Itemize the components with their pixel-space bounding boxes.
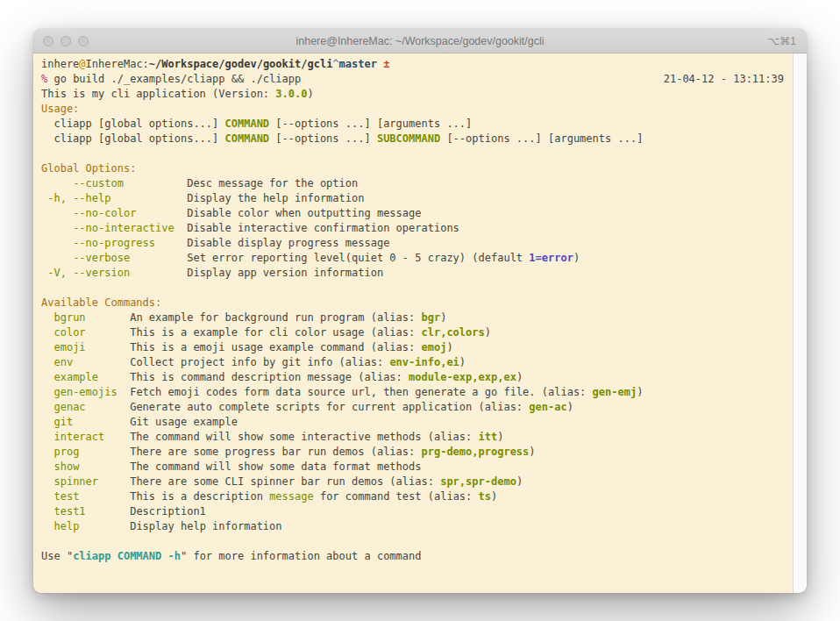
terminal-text-segment xyxy=(41,237,73,249)
terminal-text-segment: itt xyxy=(479,431,498,443)
traffic-lights xyxy=(43,36,89,46)
terminal-text-segment: --no-interactive xyxy=(73,222,174,234)
terminal-text-segment: ) xyxy=(446,341,452,353)
terminal-text-segment xyxy=(41,311,53,324)
terminal-text-segment: clr,colors xyxy=(421,326,484,339)
zoom-button[interactable] xyxy=(78,36,89,46)
terminal-text-segment: Fetch emoji codes form data source url, … xyxy=(117,386,593,398)
terminal-text-segment: example xyxy=(53,371,98,383)
terminal-line: color This is a example for cli color us… xyxy=(41,325,784,340)
terminal-line: cliapp [global options...] COMMAND [--op… xyxy=(41,132,784,146)
terminal-text-segment: spr,spr-demo xyxy=(440,475,516,488)
terminal-text-segment: This is my cli application (Version: xyxy=(41,88,275,100)
terminal-text-segment: 1=error xyxy=(529,252,573,264)
terminal-line: interact The command will show some inte… xyxy=(41,430,784,445)
terminal-text-segment: --verbose xyxy=(73,252,130,264)
terminal-text-segment: Description1 xyxy=(86,505,206,518)
terminal-text-segment: Usage: xyxy=(41,103,79,115)
terminal-output[interactable]: inhere@InhereMac:~/Workspace/godev/gooki… xyxy=(33,54,793,593)
window-shortcut-badge: ⌥⌘1 xyxy=(767,35,796,47)
terminal-text-segment: spinner xyxy=(53,475,98,488)
terminal-text-segment: ) xyxy=(529,446,535,458)
terminal-text-segment: prg-demo,progress xyxy=(422,446,530,458)
terminal-text-segment: env-info,ei xyxy=(389,356,459,368)
terminal-text-segment: Use " xyxy=(41,550,73,562)
terminal-line: show The command will show some data for… xyxy=(41,460,784,475)
terminal-text-segment xyxy=(41,177,73,189)
terminal-text-segment xyxy=(41,416,53,428)
terminal-text-segment: Generate auto complete scripts for curre… xyxy=(86,401,530,413)
terminal-text-segment: ) xyxy=(459,356,466,368)
terminal-line: env Collect project info by git info (al… xyxy=(41,355,784,370)
terminal-line: Global Options: xyxy=(41,161,784,176)
terminal-text-segment: Disable display progress message xyxy=(155,237,389,249)
terminal-line: Available Commands: xyxy=(41,296,784,310)
terminal-line: --custom Desc message for the option xyxy=(41,176,784,191)
terminal-text-segment: ) xyxy=(497,431,503,443)
terminal-text-segment: ) xyxy=(440,311,446,324)
terminal-text-segment: cliapp [global options...] xyxy=(41,118,225,130)
terminal-text-segment: Set error reporting level(quiet 0 - 5 cr… xyxy=(130,252,529,264)
terminal-text-segment: show xyxy=(53,460,79,473)
terminal-text-segment: ) xyxy=(637,386,643,398)
terminal-text-segment: " for more information about a command xyxy=(181,550,422,562)
scrollbar-track[interactable] xyxy=(793,54,807,593)
terminal-text-segment: There are some progress bar run demos (a… xyxy=(79,446,421,458)
terminal-text-segment: InhereMac: xyxy=(86,58,149,70)
close-button[interactable] xyxy=(43,36,53,46)
terminal-text-segment: cliapp COMMAND -h xyxy=(73,550,181,562)
terminal-text-segment: Git usage example xyxy=(73,416,238,428)
terminal-text-segment: cliapp [global options...] xyxy=(41,132,225,145)
terminal-text-segment: ^ xyxy=(332,58,338,70)
terminal-text-segment: The command will show some data format m… xyxy=(79,460,421,473)
terminal-line xyxy=(41,146,784,161)
terminal-line: inhere@InhereMac:~/Workspace/godev/gooki… xyxy=(41,57,784,72)
titlebar: inhere@InhereMac: ~/Workspace/godev/gook… xyxy=(33,29,807,54)
terminal-line: help Display help information xyxy=(41,519,784,534)
terminal-text-segment: inhere xyxy=(41,58,79,70)
terminal-line: --no-interactive Disable interactive con… xyxy=(41,221,784,236)
terminal-text-segment: go build ./_examples/cliapp && ./cliapp xyxy=(47,73,301,85)
terminal-text-segment: emoji xyxy=(53,341,85,353)
terminal-line xyxy=(41,281,784,296)
terminal-text-segment xyxy=(41,386,53,398)
terminal-text-segment: module-exp,exp,ex xyxy=(409,371,516,383)
terminal-text-segment xyxy=(41,341,53,353)
terminal-line: 21-04-12 - 13:11:39% go build ./_example… xyxy=(41,72,784,87)
terminal-text-segment xyxy=(41,475,53,488)
terminal-line: git Git usage example xyxy=(41,415,784,430)
terminal-text-segment: ) xyxy=(573,252,580,264)
terminal-text-segment: @ xyxy=(79,58,85,70)
terminal-text-segment: Available Commands: xyxy=(41,296,161,309)
terminal-text-segment: -h, --help xyxy=(47,192,110,204)
terminal-text-segment: There are some CLI spinner bar run demos… xyxy=(98,475,440,488)
terminal-text-segment xyxy=(41,431,53,443)
terminal-line: -V, --version Display app version inform… xyxy=(41,266,784,281)
terminal-text-segment: interact xyxy=(53,431,104,443)
terminal-text-segment: Disable color when outputting message xyxy=(136,207,421,219)
terminal-text-segment: help xyxy=(53,520,79,532)
terminal-text-segment: SUBCOMMAND xyxy=(377,132,440,145)
terminal-text-segment: gen-ac xyxy=(529,401,566,413)
terminal-text-segment: emoj xyxy=(421,341,446,353)
terminal-text-segment: [--options ...] [arguments ...] xyxy=(440,132,643,145)
terminal-line: test1 Description1 xyxy=(41,504,784,519)
terminal-text-segment xyxy=(41,356,53,368)
terminal-line: This is my cli application (Version: 3.0… xyxy=(41,87,784,102)
terminal-line: bgrun An example for background run prog… xyxy=(41,310,784,325)
terminal-text-segment: ~/Workspace/godev/gookit/gcli xyxy=(149,58,333,70)
terminal-text-segment xyxy=(41,490,53,503)
minimize-button[interactable] xyxy=(61,36,71,46)
terminal-text-segment xyxy=(41,371,53,383)
terminal-text-segment: for command test (alias: xyxy=(314,490,479,503)
terminal-line: prog There are some progress bar run dem… xyxy=(41,445,784,460)
terminal-text-segment: --custom xyxy=(73,177,124,189)
terminal-content: inhere@InhereMac:~/Workspace/godev/gooki… xyxy=(33,54,807,593)
terminal-text-segment xyxy=(41,520,53,532)
terminal-text-segment: git xyxy=(53,416,73,428)
terminal-text-segment xyxy=(41,326,53,339)
terminal-text-segment: COMMAND xyxy=(225,132,270,145)
terminal-text-segment: ± xyxy=(383,58,389,70)
terminal-text-segment: 3.0.0 xyxy=(275,88,307,100)
terminal-text-segment: message xyxy=(269,490,314,503)
